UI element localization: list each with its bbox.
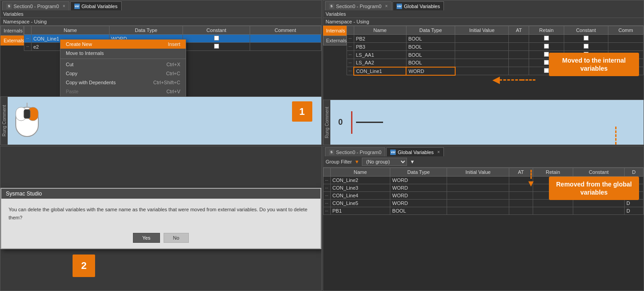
panel-top-right: S Section0 - Program0 × var Global Varia… [323,0,644,145]
moved-arrow: ◀ [493,74,535,85]
filter-dropdown-arrow[interactable]: ▼ [410,159,415,164]
rung-comment-label-2: Rung Comment [323,100,330,145]
col-comm-2: Comm [608,26,643,35]
rung-number-2: 0 [334,116,347,129]
col-d-4: D [625,168,644,177]
col-constant-2: Constant [564,26,608,35]
col-initial-4: Initial Value [447,168,509,177]
rung-comment-label-1: Rung Comment [0,97,8,145]
tab-close-2[interactable]: × [385,4,388,9]
tab-bar-4: S Section0 - Program0 var Global Variabl… [323,146,644,156]
rung-horizontal-line [356,122,383,123]
tab-global-vars-2[interactable]: var Global Variables [393,1,444,10]
diagram-area-1: 1 [8,97,321,145]
mouse-illustration [11,100,43,141]
var-tabs-1: Internals Externals [0,26,24,96]
panel-bottom-left: Sysmac Studio You can delete the global … [0,146,322,291]
panel-top-left: S Section0 - Program0 × var Global Varia… [0,0,322,145]
col-at-2: AT [509,26,529,35]
internals-tab-2[interactable]: Internals [323,26,347,36]
internals-tab-1[interactable]: Internals [0,26,24,36]
removed-annotation-box: Removed from the global variables [549,177,639,200]
menu-create-new[interactable]: Create New Insert [60,40,186,49]
col-retain-2: Retain [529,26,564,35]
var-icon-2: var [397,4,402,9]
svg-rect-3 [24,109,30,118]
program-icon-4: S [329,150,334,155]
context-menu: Create New Insert Move to Internals Cut … [60,39,186,96]
col-datatype-2: Data Type [406,26,455,35]
var-icon-4: var [390,150,396,155]
step-badge-1: 1 [292,101,312,122]
tab-bar-1: S Section0 - Program0 × var Global Varia… [0,0,321,10]
namespace-header-1: Namespace - Using [0,18,321,26]
dialog-body: You can delete the global variables with… [1,199,320,229]
tab-global-vars-1[interactable]: var Global Variables [70,1,122,10]
col-name-4: Name [330,168,390,177]
sysmac-dialog: Sysmac Studio You can delete the global … [0,188,321,249]
col-comment-1: Comment [250,26,321,35]
removed-arrow: ▼ [526,170,535,188]
group-filter-label: Group Filter [326,159,352,164]
menu-copy-with-dependents[interactable]: Copy with Dependents Ctrl+Shift+C [60,78,186,87]
step-badge-2: 2 [73,255,95,277]
diagram-area-2: 0 [330,100,644,145]
program-icon-2: S [329,4,334,9]
menu-cut[interactable]: Cut Ctrl+X [60,60,186,69]
menu-copy[interactable]: Copy Ctrl+C [60,69,186,78]
dialog-title: Sysmac Studio [1,189,320,199]
tab-close-1[interactable]: × [63,4,65,9]
col-datatype-4: Data Type [390,168,447,177]
col-initial-2: Initial Value [455,26,509,35]
tab-section0-program0-2[interactable]: S Section0 - Program0 × [325,1,392,10]
variables-header-2: Variables [323,10,644,18]
var-icon-1: var [74,4,80,9]
col-name-2: Name [354,26,406,35]
col-constant-1: Constant [183,26,250,35]
group-filter-select[interactable]: (No group) [362,158,407,166]
col-name-1: Name [32,26,110,35]
externals-tab-1[interactable]: Externals [0,36,24,45]
group-filter-bar: Group Filter ▼ (No group) ▼ [323,156,644,168]
variables-header-1: Variables [0,10,321,18]
panel-bottom-right: S Section0 - Program0 var Global Variabl… [323,146,644,291]
filter-icon: ▼ [355,159,360,164]
table-row[interactable]: ··· PB3 BOOL [347,43,644,51]
table-row[interactable]: ··· PB2 BOOL [347,35,644,43]
namespace-header-2: Namespace - Using [323,18,644,26]
dialog-no-button[interactable]: No [164,233,189,243]
var-tabs-2: Internals Externals [323,26,347,100]
tab-bar-2: S Section0 - Program0 × var Global Varia… [323,0,644,10]
table-row[interactable]: ··· CON_Line5 WORD D [323,200,644,207]
table-row[interactable]: ··· PB1 BOOL D [323,207,644,215]
menu-sep-1 [60,59,186,59]
externals-tab-2[interactable]: Externals [323,36,347,45]
tab-close-4[interactable]: × [437,150,440,155]
rung-vertical-line [351,111,352,134]
tab-section0-program0-4[interactable]: S Section0 - Program0 [325,147,386,156]
menu-paste[interactable]: Paste Ctrl+V [60,87,186,96]
menu-move-to-internals[interactable]: Move to Internals [60,49,186,58]
col-retain-4: Retain [533,168,573,177]
col-datatype-1: Data Type [109,26,183,35]
moved-annotation-box: Moved to the internal variables [549,53,639,76]
program-icon-1: S [6,4,12,9]
dialog-buttons: Yes No [1,229,320,248]
dialog-yes-button[interactable]: Yes [133,233,160,243]
tab-section0-program0-1[interactable]: S Section0 - Program0 × [2,1,69,10]
col-constant-4: Constant [573,168,625,177]
tab-global-vars-4[interactable]: var Global Variables × [386,147,444,156]
